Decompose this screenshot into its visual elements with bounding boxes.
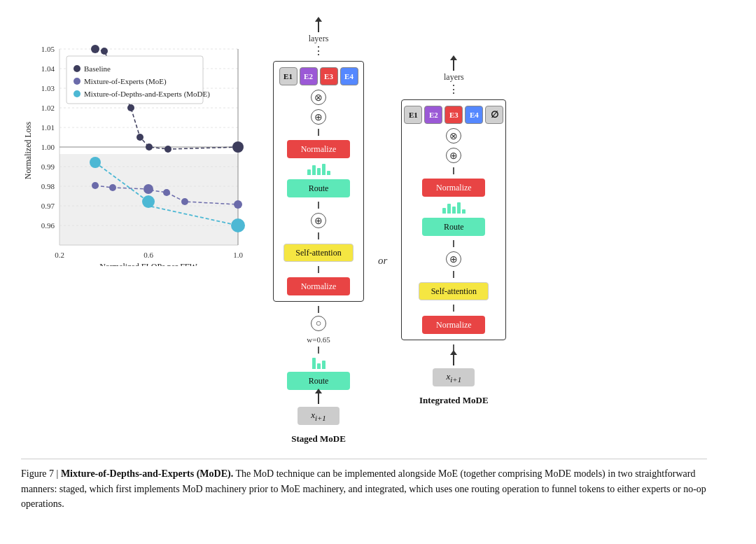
staged-border-box: E1 E2 E3 E4 ⊗ ⊕ Normalize [273,61,364,302]
svg-text:1.02: 1.02 [41,104,55,112]
integrated-label: Integrated MoDE [419,395,489,406]
svg-point-38 [144,184,153,194]
layers-label-staged: layers [309,34,329,44]
int-conn1 [453,167,454,174]
integrated-experts-row: E1 E2 E3 E4 ∅ [404,106,503,124]
int-add-op-mid: ⊕ [446,251,461,267]
chart-container: 1.05 1.04 1.03 1.02 1.01 1.00 0.99 0.98 … [21,14,266,269]
svg-text:Mixture-of-Depths-and-Experts : Mixture-of-Depths-and-Experts (MoDE) [84,90,210,99]
staged-add-op-top: ⊕ [311,109,326,125]
svg-point-29 [91,45,99,53]
int-expert-e2: E2 [424,106,442,124]
staged-multiply-op: ⊗ [311,90,326,105]
svg-point-40 [181,198,188,205]
staged-hist1 [307,162,330,175]
staged-diagram: layers ⋮ E1 E2 E3 E4 ⊗ ⊕ [273,21,364,445]
staged-arrow-up-bottom [318,393,319,404]
svg-text:Mixture-of-Experts (MoE): Mixture-of-Experts (MoE) [84,77,167,86]
hist-bar [317,168,321,175]
hist-bar [327,171,330,175]
diagrams-container: layers ⋮ E1 E2 E3 E4 ⊗ ⊕ [273,14,735,445]
staged-route2: Route [287,372,350,390]
hist-bar [447,204,451,214]
staged-hist2 [312,356,326,369]
integrated-diagram: layers ⋮ E1 E2 E3 E4 ∅ ⊗ ⊕ [401,60,506,406]
expert-e1: E1 [279,67,298,85]
conn3 [318,232,319,239]
svg-point-31 [127,104,134,111]
layers-arrow-integrated [453,60,454,71]
int-hist1 [442,201,465,214]
staged-input: xi+1 [298,407,340,425]
main-content: 1.05 1.04 1.03 1.02 1.01 1.00 0.99 0.98 … [21,14,735,512]
conn6 [318,347,319,354]
svg-text:0.96: 0.96 [41,221,55,230]
svg-point-42 [90,157,101,168]
expert-e2: E2 [300,67,318,85]
svg-point-34 [164,146,172,153]
staged-experts-row: E1 E2 E3 E4 [279,67,358,85]
conn4 [318,266,319,273]
dots-integrated: ⋮ [448,84,460,95]
svg-text:1.00: 1.00 [41,143,55,151]
expert-e3: E3 [320,67,338,85]
int-add-op-top: ⊕ [446,148,461,163]
hist-bar [462,209,465,214]
conn2 [318,202,319,209]
staged-add-op-mid: ⊕ [311,213,326,228]
figure-number: Figure 7 [21,468,54,479]
svg-text:1.01: 1.01 [41,123,55,132]
svg-point-33 [146,144,153,151]
int-expert-e3: E3 [444,106,463,124]
svg-point-32 [136,134,144,141]
svg-point-35 [232,141,244,153]
svg-text:Normalized FLOPs per FFW: Normalized FLOPs per FFW [99,262,197,266]
staged-normalize2: Normalize [287,277,350,295]
integrated-border-box: E1 E2 E3 E4 ∅ ⊗ ⊕ Normalize [401,99,506,340]
hist-bar [452,207,456,214]
hist-bar [322,164,326,175]
svg-point-41 [234,200,242,209]
svg-text:Normalized Loss: Normalized Loss [23,122,33,180]
svg-point-48 [74,78,80,85]
int-conn2 [453,240,454,247]
svg-text:Baseline: Baseline [84,64,111,73]
svg-text:1.0: 1.0 [233,251,243,259]
int-input: xi+1 [433,368,475,386]
svg-point-43 [142,195,155,208]
svg-point-37 [109,184,116,191]
int-conn3 [453,271,454,278]
svg-text:0.6: 0.6 [144,251,153,259]
figures-row: 1.05 1.04 1.03 1.02 1.01 1.00 0.99 0.98 … [21,14,735,445]
int-normalize2: Normalize [422,316,485,334]
caption-separator: | [54,468,61,479]
hist-bar [307,169,311,175]
staged-circle-open: ○ [311,316,326,331]
svg-point-50 [74,90,80,97]
int-expert-e1: E1 [404,106,422,124]
int-expert-e4: E4 [465,106,483,124]
hist-bar [317,363,321,369]
staged-route1: Route [287,179,350,197]
svg-text:0.99: 0.99 [41,162,55,171]
chart-svg: 1.05 1.04 1.03 1.02 1.01 1.00 0.99 0.98 … [21,14,259,266]
svg-text:1.04: 1.04 [41,64,55,73]
hist-bar [457,202,461,214]
layers-label-integrated: layers [444,72,464,83]
staged-label: Staged MoDE [291,433,346,445]
weight-label: w=0.65 [307,335,330,344]
hist-bar [442,208,446,214]
figure-caption: Figure 7 | Mixture-of-Depths-and-Experts… [21,459,707,512]
int-multiply-op: ⊗ [446,128,461,144]
staged-normalize1: Normalize [287,140,350,158]
hist-bar [312,358,316,369]
expert-e4: E4 [340,67,358,85]
svg-point-36 [92,182,99,189]
svg-point-46 [74,65,80,72]
int-conn4 [453,305,454,312]
staged-self-attn: Self-attention [284,244,354,262]
svg-point-39 [163,189,170,196]
hist-bar [322,361,326,369]
svg-text:1.03: 1.03 [41,84,55,92]
int-arrow-up-bottom [453,354,454,365]
